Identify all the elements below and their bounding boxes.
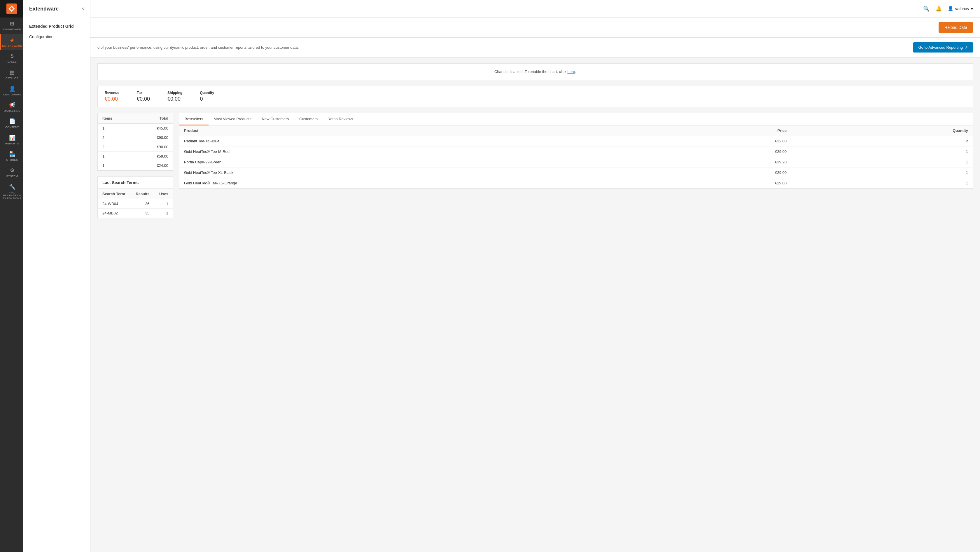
stat-shipping: Shipping €0.00 [167,91,182,102]
sidebar: ⊞ DASHBOARD ◈ EXTENDWARE $ SALES ▤ CATAL… [0,0,23,552]
sidebar-item-reports[interactable]: 📊 REPORTS [0,132,23,148]
table-row: 1 €45.00 [98,124,173,133]
stat-tax-value: €0.00 [137,96,150,102]
sidebar-item-customers[interactable]: 👤 CUSTOMERS [0,83,23,99]
sidebar-item-extendware[interactable]: ◈ EXTENDWARE [0,34,23,50]
main-content: 🔍 🔔 👤 vaibhav ▾ Reload Data d of your bu… [91,0,980,552]
table-row: Radiant Tee-XS-Blue €22.00 2 [180,136,973,146]
page-header: Reload Data [91,17,980,38]
chart-disabled-notice: Chart is disabled. To enable the chart, … [97,63,973,80]
topbar: 🔍 🔔 👤 vaibhav ▾ [91,0,980,17]
product-price: €29.00 [638,178,791,188]
right-column: Bestsellers Most Viewed Products New Cus… [179,113,973,218]
search-col-results: Results [130,189,154,199]
order-items: 1 [98,152,134,161]
system-icon: ⚙ [10,167,14,173]
sidebar-item-label: STORES [6,158,18,161]
sidebar-item-marketing[interactable]: 📢 MARKETING [0,99,23,115]
search-col-term: Search Term [98,189,130,199]
sidebar-item-label: SALES [8,60,17,63]
chart-period: . [575,70,576,74]
advanced-reporting-banner: d of your business' performance, using o… [91,38,980,57]
user-menu[interactable]: 👤 vaibhav ▾ [948,6,973,11]
tab-customers[interactable]: Customers [294,113,323,126]
sales-icon: $ [11,53,13,59]
bestsellers-col-quantity: Quantity [791,126,973,136]
two-col-layout: Items Total 1 €45.00 2 €90.00 2 €90.00 1… [97,113,973,218]
table-row: 2 €90.00 [98,133,173,142]
sidebar-item-stores[interactable]: 🏪 STORES [0,148,23,164]
stat-quantity-value: 0 [200,96,214,102]
orders-table: Items Total 1 €45.00 2 €90.00 2 €90.00 1… [97,113,173,171]
product-name: Gobi HeatTec® Tee-M-Red [180,146,638,157]
sidebar-item-content[interactable]: 📄 CONTENT [0,115,23,132]
sidebar-item-label: REPORTS [5,142,19,145]
bestsellers-col-product: Product [180,126,638,136]
order-items: 2 [98,142,134,152]
table-row: Gobi HeatTec® Tee-XS-Orange €29.00 1 [180,178,973,188]
order-items: 2 [98,133,134,142]
search-terms-header: Last Search Terms [98,177,173,189]
flyout-nav-item-extended-product-grid[interactable]: Extended Product Grid [23,21,90,32]
product-price: €39.20 [638,157,791,167]
tab-most-viewed-products[interactable]: Most Viewed Products [208,113,257,126]
table-row: 2 €90.00 [98,142,173,152]
product-name: Gobi HeatTec® Tee-XL-Black [180,167,638,178]
search-uses: 1 [154,208,173,218]
product-name: Gobi HeatTec® Tee-XS-Orange [180,178,638,188]
bestsellers-col-price: Price [638,126,791,136]
table-row: Gobi HeatTec® Tee-M-Red €29.00 1 [180,146,973,157]
sidebar-item-label: DASHBOARD [3,28,21,31]
sidebar-item-system[interactable]: ⚙ SYSTEM [0,164,23,181]
product-quantity: 2 [791,136,973,146]
user-dropdown-icon: ▾ [971,6,973,11]
search-terms-section: Last Search Terms Search Term Results Us… [97,177,173,218]
tabs-nav: Bestsellers Most Viewed Products New Cus… [180,113,973,126]
order-items: 1 [98,124,134,133]
stat-shipping-label: Shipping [167,91,182,95]
flyout-nav: Extended Product Grid Configuration [23,18,90,45]
order-total: €45.00 [134,124,173,133]
flyout-close-button[interactable]: × [81,6,84,12]
table-row: 1 €24.00 [98,161,173,170]
product-quantity: 1 [791,157,973,167]
reload-data-button[interactable]: Reload Data [939,22,973,33]
tab-yotpo-reviews[interactable]: Yotpo Reviews [323,113,358,126]
order-items: 1 [98,161,134,170]
go-to-advanced-reporting-button[interactable]: Go to Advanced Reporting ↗ [913,42,973,52]
content-icon: 📄 [9,118,16,124]
tab-new-customers[interactable]: New Customers [257,113,294,126]
table-row: 24-WB04 36 1 [98,199,173,208]
stat-revenue: Revenue €0.00 [105,91,119,102]
stores-icon: 🏪 [9,151,16,157]
sidebar-item-label: CUSTOMERS [3,93,21,96]
search-results: 36 [130,199,154,208]
dashboard-icon: ⊞ [10,21,14,27]
page-content: Reload Data d of your business' performa… [91,17,980,552]
search-terms-title: Last Search Terms [102,180,168,185]
orders-col-items: Items [98,113,134,124]
tab-bestsellers[interactable]: Bestsellers [180,113,208,126]
catalog-icon: ▤ [10,69,14,76]
chart-enable-link[interactable]: here [567,70,575,74]
product-price: €29.00 [638,146,791,157]
chart-disabled-text: Chart is disabled. To enable the chart, … [495,70,568,74]
search-uses: 1 [154,199,173,208]
flyout-header: Extendware × [23,0,90,18]
notification-icon[interactable]: 🔔 [935,6,942,12]
sidebar-item-catalog[interactable]: ▤ CATALOG [0,66,23,83]
external-link-icon: ↗ [964,45,968,49]
sidebar-item-find-partners[interactable]: 🔧 FIND PARTNERS & EXTENSIONS [0,181,23,203]
search-icon[interactable]: 🔍 [923,6,929,12]
flyout-nav-item-configuration[interactable]: Configuration [23,32,90,42]
tabs-panel: Bestsellers Most Viewed Products New Cus… [179,113,973,189]
left-column: Items Total 1 €45.00 2 €90.00 2 €90.00 1… [97,113,173,218]
stat-tax-label: Tax [137,91,150,95]
sidebar-item-label: CATALOG [6,77,19,80]
sidebar-item-dashboard[interactable]: ⊞ DASHBOARD [0,17,23,34]
sidebar-item-label: FIND PARTNERS & EXTENSIONS [2,191,22,200]
advanced-reporting-btn-label: Go to Advanced Reporting [918,45,963,49]
table-row: Gobi HeatTec® Tee-XL-Black €29.00 1 [180,167,973,178]
sidebar-item-sales[interactable]: $ SALES [0,50,23,66]
table-row: 24-MB02 35 1 [98,208,173,218]
